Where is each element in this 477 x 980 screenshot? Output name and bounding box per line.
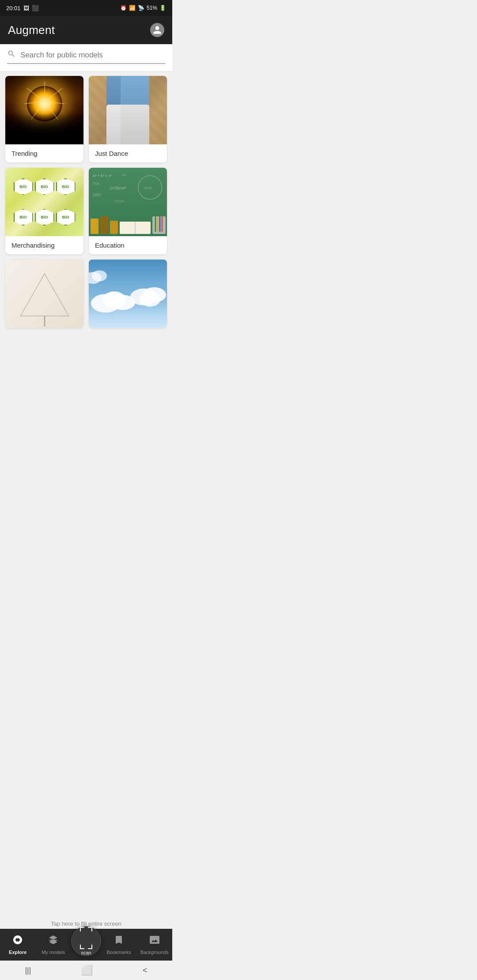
svg-line-6 (27, 88, 45, 102)
svg-point-28 (92, 270, 107, 281)
trending-image (5, 76, 83, 144)
search-container (0, 44, 172, 72)
umbrella-image (5, 260, 83, 328)
svg-point-26 (140, 291, 161, 306)
svg-text:(a+b): (a+b) (144, 186, 152, 190)
battery-pct: 51% (147, 5, 157, 11)
wifi-icon: 📶 (129, 5, 136, 11)
svg-line-2 (45, 102, 64, 104)
education-image: a² + b² = c² P₂ CO₂ (x+β)cos⁴ (a/b) (a+b… (89, 168, 167, 236)
signal-icon: 📡 (138, 5, 144, 11)
status-left: 20:01 🖼 ⬛ (6, 5, 39, 11)
svg-text:P₂: P₂ (123, 173, 126, 177)
category-grid: Trending Just Dance BiO BiO BiO BiO BiO … (0, 72, 172, 332)
search-bar[interactable] (7, 49, 165, 64)
svg-line-5 (25, 102, 45, 104)
battery-icon: 🔋 (159, 5, 166, 11)
svg-marker-19 (20, 274, 68, 316)
svg-line-3 (45, 102, 58, 119)
status-bar: 20:01 🖼 ⬛ ⏰ 📶 📡 51% 🔋 (0, 0, 172, 16)
book-2 (100, 216, 108, 234)
bio-hex-3: BiO (56, 178, 76, 195)
app-title: Augment (8, 23, 55, 37)
shoe-right (121, 105, 149, 144)
dance-label: Just Dance (89, 144, 167, 162)
svg-line-4 (31, 102, 45, 119)
svg-line-1 (45, 88, 62, 102)
gallery-icon: ⬛ (32, 5, 39, 11)
category-card-trending[interactable]: Trending (5, 76, 83, 162)
merchandising-label: Merchandising (5, 236, 83, 254)
bio-hex-6: BiO (56, 209, 76, 226)
trending-label: Trending (5, 144, 83, 162)
bio-image: BiO BiO BiO BiO BiO BiO (5, 168, 83, 236)
silhouettes (5, 113, 83, 144)
sky-image (89, 260, 167, 328)
pencil-cup (152, 216, 166, 234)
svg-text:(x+β)cos⁴: (x+β)cos⁴ (110, 186, 126, 190)
bio-hex-1: BiO (14, 178, 33, 195)
bio-hex-4: BiO (14, 209, 33, 226)
search-input[interactable] (20, 51, 165, 60)
svg-text:CO₂: CO₂ (93, 181, 99, 185)
book-3 (110, 221, 118, 234)
bio-hex-5: BiO (35, 209, 54, 226)
category-card-education[interactable]: a² + b² = c² P₂ CO₂ (x+β)cos⁴ (a/b) (a+b… (89, 168, 167, 254)
status-time: 20:01 (6, 5, 21, 11)
svg-text:∫ f(x)dx: ∫ f(x)dx (114, 199, 124, 203)
category-card-merchandising[interactable]: BiO BiO BiO BiO BiO BiO Merchandising (5, 168, 83, 254)
svg-text:a² + b² = c²: a² + b² = c² (93, 173, 112, 178)
svg-text:(a/b): (a/b) (93, 192, 101, 197)
category-card-partial-left[interactable] (5, 260, 83, 328)
search-icon (7, 49, 16, 60)
status-right: ⏰ 📶 📡 51% 🔋 (120, 5, 166, 11)
open-book (120, 222, 151, 234)
bio-hex-2: BiO (35, 178, 54, 195)
dance-image (89, 76, 167, 144)
category-card-dance[interactable]: Just Dance (89, 76, 167, 162)
app-header: Augment (0, 16, 172, 44)
books-pencils (91, 216, 166, 234)
education-label: Education (89, 236, 167, 254)
photo-icon: 🖼 (23, 5, 29, 11)
category-card-partial-right[interactable] (89, 260, 167, 328)
book-1 (91, 219, 98, 234)
alarm-icon: ⏰ (120, 5, 127, 11)
user-avatar[interactable] (150, 23, 164, 37)
